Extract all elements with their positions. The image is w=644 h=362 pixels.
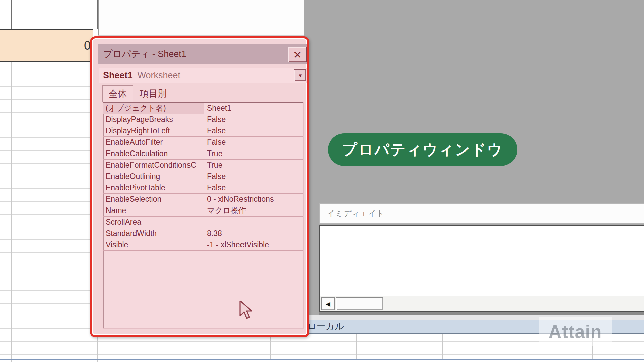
property-name-cell[interactable]: Visible <box>103 239 204 250</box>
property-name-cell[interactable]: EnablePivotTable <box>103 182 204 193</box>
property-name-cell[interactable]: EnableOutlining <box>103 171 204 182</box>
spreadsheet-column-line <box>356 334 357 359</box>
tab-alphabetic[interactable]: 全体 <box>102 85 133 102</box>
window-bottom-edge <box>0 359 644 360</box>
attain-watermark: Attain <box>539 317 612 346</box>
property-row: Nameマクロ操作 <box>103 205 303 217</box>
property-grid: (オブジェクト名)Sheet1DisplayPageBreaksFalseDis… <box>103 102 303 328</box>
property-row: StandardWidth8.38 <box>103 228 303 239</box>
property-name-cell[interactable]: ScrollArea <box>103 217 204 228</box>
property-name-cell[interactable]: EnableAutoFilter <box>103 137 204 148</box>
tab-categorized[interactable]: 項目別 <box>133 85 173 102</box>
immediate-window-titlebar[interactable]: イミディエイト <box>319 203 644 224</box>
selected-object-type: Worksheet <box>138 70 181 81</box>
property-row: DisplayPageBreaksFalse <box>103 114 303 125</box>
property-row: EnablePivotTableFalse <box>103 182 303 194</box>
property-row: ScrollArea <box>103 217 303 228</box>
property-value-cell[interactable]: Sheet1 <box>204 103 303 114</box>
immediate-window-bottom-border <box>319 312 644 315</box>
properties-window: プロパティ - Sheet1 ✕ Sheet1 Worksheet ▼ 全体 項… <box>90 36 309 337</box>
mouse-cursor <box>239 300 255 321</box>
vbe-window-top-area <box>98 0 304 36</box>
property-row: EnableAutoFilterFalse <box>103 137 303 148</box>
property-name-cell[interactable]: EnableSelection <box>103 194 204 205</box>
property-row: EnableCalculationTrue <box>103 148 303 160</box>
spreadsheet-column-line <box>442 334 443 359</box>
properties-window-titlebar[interactable]: プロパティ - Sheet1 <box>98 44 307 64</box>
tab-label: 全体 <box>109 88 127 100</box>
property-name-cell[interactable]: Name <box>103 205 204 216</box>
property-row: EnableSelection0 - xlNoRestrictions <box>103 194 303 205</box>
badge-label: プロパティウィンドウ <box>342 140 503 160</box>
spreadsheet-column-line <box>184 334 184 359</box>
highlighted-spreadsheet-cell[interactable]: 0 <box>0 29 93 62</box>
property-name-cell[interactable]: StandardWidth <box>103 228 204 239</box>
property-name-cell[interactable]: (オブジェクト名) <box>103 103 204 114</box>
property-value-cell[interactable]: False <box>204 182 303 193</box>
spreadsheet-cell-border <box>11 0 12 29</box>
property-value-cell[interactable]: False <box>204 114 303 125</box>
scroll-left-button[interactable]: ◀ <box>321 297 335 310</box>
property-value-cell[interactable]: True <box>204 148 303 159</box>
property-name-cell[interactable]: EnableCalculation <box>103 148 204 159</box>
property-value-cell[interactable]: 8.38 <box>204 228 303 239</box>
property-value-cell[interactable]: -1 - xlSheetVisible <box>204 239 303 250</box>
scroll-left-arrow-icon: ◀ <box>326 300 330 308</box>
close-button[interactable]: ✕ <box>288 47 307 62</box>
property-view-tabs: 全体 項目別 <box>102 85 173 102</box>
locals-window-title: ローカル <box>307 320 344 333</box>
spreadsheet-cell-border <box>97 0 98 29</box>
property-row: DisplayRightToLeftFalse <box>103 125 303 137</box>
property-value-cell[interactable]: False <box>204 171 303 182</box>
property-row: (オブジェクト名)Sheet1 <box>103 103 303 114</box>
close-icon: ✕ <box>293 49 302 61</box>
property-row: EnableFormatConditionsCTrue <box>103 160 303 171</box>
property-name-cell[interactable]: EnableFormatConditionsC <box>103 160 204 171</box>
property-row: EnableOutliningFalse <box>103 171 303 182</box>
object-selector-dropdown[interactable]: Sheet1 Worksheet ▼ <box>99 68 307 83</box>
property-value-cell[interactable]: True <box>204 160 303 171</box>
property-row: Visible-1 - xlSheetVisible <box>103 239 303 251</box>
spreadsheet-column-line <box>529 334 529 359</box>
properties-window-badge: プロパティウィンドウ <box>328 133 517 166</box>
property-value-cell[interactable] <box>204 217 303 228</box>
chevron-down-icon: ▼ <box>298 73 303 78</box>
watermark-text: Attain <box>549 321 602 342</box>
property-value-cell[interactable]: False <box>204 137 303 148</box>
scrollbar-thumb[interactable] <box>336 297 383 310</box>
dropdown-button[interactable]: ▼ <box>294 69 306 81</box>
spreadsheet-column-line <box>270 334 271 359</box>
tab-label: 項目別 <box>140 87 167 100</box>
property-name-cell[interactable]: DisplayRightToLeft <box>103 125 204 136</box>
spreadsheet-column-line <box>11 62 12 362</box>
cell-value: 0 <box>84 39 91 53</box>
selected-object-name: Sheet1 <box>103 70 133 81</box>
properties-window-title: プロパティ - Sheet1 <box>103 48 186 60</box>
property-value-cell[interactable]: マクロ操作 <box>204 205 303 216</box>
immediate-window-title: イミディエイト <box>327 208 384 219</box>
property-value-cell[interactable]: 0 - xlNoRestrictions <box>204 194 303 205</box>
property-name-cell[interactable]: DisplayPageBreaks <box>103 114 204 125</box>
property-value-cell[interactable]: False <box>204 125 303 136</box>
